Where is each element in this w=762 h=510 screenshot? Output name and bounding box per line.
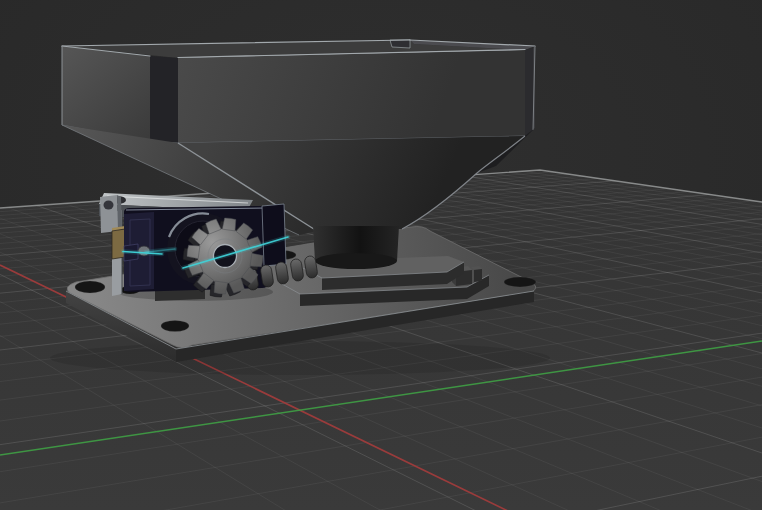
ground-shadow [50, 341, 550, 375]
spout-bottom [315, 253, 397, 269]
capacitor-body [112, 229, 125, 259]
standoff-block2-front [474, 269, 482, 282]
mounting-hole [504, 277, 536, 287]
motor-end-plate [262, 204, 286, 266]
viewport-3d[interactable] [0, 0, 762, 510]
bracket-ear-hole [104, 201, 114, 210]
cad-viewport-stage[interactable] [0, 0, 762, 510]
mounting-hole [161, 321, 189, 332]
mounting-hole [75, 281, 105, 293]
hopper-right-chamfer [525, 48, 533, 136]
hopper-corner-chamfer [150, 56, 178, 143]
hopper-front-face [178, 50, 525, 143]
